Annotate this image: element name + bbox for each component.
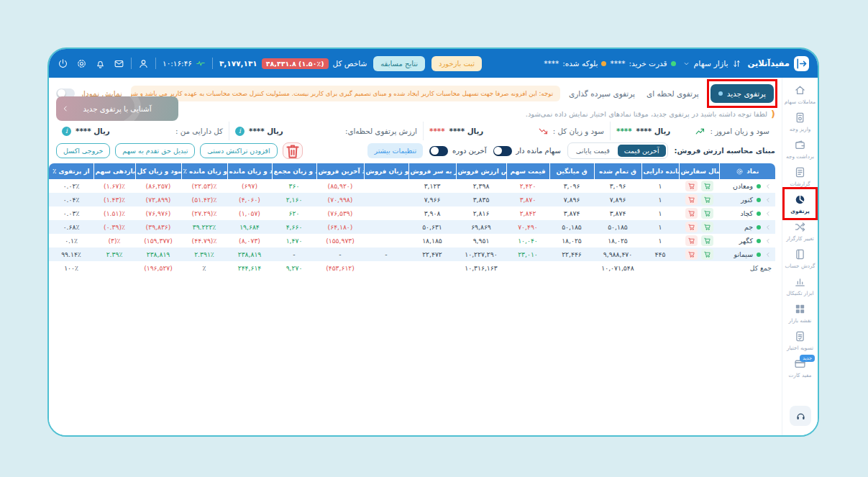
- table-cell: ۹,۹۸۸,۴۷۰: [594, 247, 641, 261]
- action-button-1[interactable]: تبدیل حق تقدم به سهم: [115, 143, 195, 158]
- sidebar-item-10[interactable]: جدیدمفید کارت: [782, 354, 818, 381]
- logout-button[interactable]: [58, 58, 68, 69]
- symbol-name[interactable]: کچاد: [740, 209, 753, 217]
- table-cell: [364, 261, 408, 275]
- info-icon[interactable]: [62, 127, 71, 136]
- column-header-14[interactable]: بازدهی سهم: [93, 163, 135, 179]
- column-header-10[interactable]: سود و زیان مجمع: [272, 163, 316, 179]
- settings-button[interactable]: [76, 58, 87, 69]
- pie-icon: [794, 194, 806, 206]
- trash-icon: [283, 142, 302, 160]
- table-cell: ۳,۱۲۳: [408, 179, 456, 193]
- tab-0-active[interactable]: پرتفوی جدید: [711, 84, 774, 103]
- sidebar-item-1[interactable]: واریز وجه: [782, 108, 818, 135]
- sidebar-item-5[interactable]: تغییر کارگزار: [782, 217, 818, 245]
- feedback-button[interactable]: ثبت بازخورد: [431, 56, 482, 71]
- basis-option-0[interactable]: آخرین قیمت: [618, 145, 666, 157]
- sidebar-item-9[interactable]: تسویه اختیار: [782, 327, 818, 354]
- controls-row: مبنای محاسبه ارزش فروش: آخرین قیمتقیمت پ…: [56, 141, 775, 160]
- column-header-7[interactable]: ق سر به سر فروش: [408, 163, 456, 179]
- table-cell: ۱۹,۶۸۴: [227, 220, 272, 234]
- intro-banner[interactable]: آشنایی با پرتفوی جدید: [56, 96, 178, 121]
- sidebar-item-8[interactable]: نقشه بازار: [782, 299, 818, 327]
- column-header-9[interactable]: سود آخرین فروش: [316, 163, 364, 179]
- expand-row-icon[interactable]: [764, 237, 772, 245]
- filter-toggle-0[interactable]: سهام مانده دار: [493, 146, 561, 156]
- symbol-name[interactable]: ومعادن: [733, 182, 753, 190]
- table-cell: ۴,۶۶۰: [272, 220, 316, 234]
- sidebar-item-2[interactable]: برداشت وجه: [782, 135, 818, 163]
- sell-order-button[interactable]: [685, 235, 698, 246]
- profile-button[interactable]: [138, 58, 149, 69]
- delete-portfolio-button[interactable]: [283, 142, 303, 159]
- wallet-icon: [794, 139, 806, 151]
- sidebar-item-7[interactable]: ابزار تکنیکال: [782, 272, 818, 299]
- messages-button[interactable]: [114, 58, 124, 69]
- column-header-2[interactable]: مانده دارایی: [641, 163, 679, 179]
- column-header-3[interactable]: ق تمام شده: [594, 163, 641, 179]
- column-header-5[interactable]: قیمت سهم: [506, 163, 549, 179]
- notifications-button[interactable]: [95, 58, 106, 69]
- info-icon[interactable]: [235, 127, 245, 136]
- table-cell: -: [316, 247, 364, 261]
- table-cell: [364, 220, 408, 234]
- basis-option-1[interactable]: قیمت پایانی: [570, 145, 616, 157]
- table-cell: [93, 261, 135, 275]
- sidebar-item-6[interactable]: گردش حساب: [782, 245, 818, 272]
- filter-toggle-1[interactable]: آخرین دوره: [429, 146, 486, 156]
- sell-order-button[interactable]: [685, 208, 698, 219]
- table-cell: (۵۱.۴۲)٪: [181, 193, 227, 206]
- sidebar-item-0[interactable]: معاملات سهام: [782, 81, 818, 108]
- table-cell: (۸,۰۷۳): [227, 234, 272, 247]
- market-selector[interactable]: بازار سهام: [682, 59, 741, 68]
- symbol-name[interactable]: سیمانو: [734, 250, 753, 258]
- column-header-6[interactable]: خالص ارزش فروش: [456, 163, 506, 179]
- column-header-15[interactable]: ٪ از پرتفوی: [49, 163, 93, 179]
- columns-settings-icon[interactable]: [736, 168, 744, 176]
- sidebar-item-4[interactable]: پرتفوی: [782, 190, 818, 217]
- column-header-13[interactable]: سود و زیان کل: [135, 163, 181, 179]
- action-button-2[interactable]: خروجی اکسل: [56, 143, 110, 158]
- buy-order-button[interactable]: [701, 222, 713, 232]
- symbol-name[interactable]: جم: [744, 223, 753, 231]
- results-button[interactable]: نتایج مسابقه: [373, 56, 425, 71]
- column-header-4[interactable]: ق میانگین: [549, 163, 594, 179]
- expand-row-icon[interactable]: [764, 210, 772, 217]
- sell-order-button[interactable]: [685, 181, 698, 191]
- new-badge: جدید: [800, 355, 815, 362]
- sell-order-button[interactable]: [685, 222, 698, 232]
- intro-banner-label: آشنایی با پرتفوی جدید: [83, 104, 151, 113]
- column-header-8[interactable]: سود و زیان فروش: [364, 163, 408, 179]
- sell-order-button[interactable]: [685, 194, 698, 205]
- table-cell: ۱: [641, 220, 679, 234]
- sell-order-button[interactable]: [685, 249, 698, 260]
- action-button-0[interactable]: افزودن تراکنش دستی: [200, 143, 277, 158]
- symbol-name[interactable]: کنور: [741, 196, 753, 204]
- more-settings-button[interactable]: تنظیمات بیشتر: [367, 143, 423, 158]
- symbol-status-dot: [757, 225, 761, 230]
- tab-1[interactable]: پرتفوی لحظه ای: [647, 89, 699, 98]
- buy-order-button[interactable]: [701, 181, 713, 191]
- column-header-11[interactable]: سود و زیان مانده: [227, 163, 272, 179]
- support-button[interactable]: [790, 406, 811, 426]
- symbol-name[interactable]: کگهر: [739, 237, 753, 245]
- buy-order-button[interactable]: [701, 249, 713, 260]
- buy-order-button[interactable]: [701, 235, 713, 246]
- buy-order-button[interactable]: [701, 194, 713, 205]
- sidebar-item-3[interactable]: گزارشات: [782, 163, 818, 190]
- table-cell: ۱۸,۰۲۵: [549, 234, 594, 247]
- buy-order-button[interactable]: [701, 208, 713, 219]
- expand-row-icon[interactable]: [764, 224, 772, 231]
- expand-row-icon[interactable]: [764, 183, 772, 190]
- expand-row-icon[interactable]: [764, 196, 772, 204]
- exchange-icon: [732, 59, 741, 68]
- column-header-1[interactable]: ارسال سفارش: [679, 163, 719, 179]
- expand-row-icon[interactable]: [764, 251, 772, 258]
- toggle-switch[interactable]: [429, 146, 448, 156]
- toggle-switch[interactable]: [493, 146, 512, 156]
- divider: [212, 58, 213, 69]
- column-header-0[interactable]: نماد: [719, 163, 775, 179]
- column-header-12[interactable]: ٪ سود و زیان مانده: [181, 163, 227, 179]
- tab-2[interactable]: پرتفوی سپرده گذاری: [569, 89, 635, 98]
- active-tab-dot: [718, 91, 723, 96]
